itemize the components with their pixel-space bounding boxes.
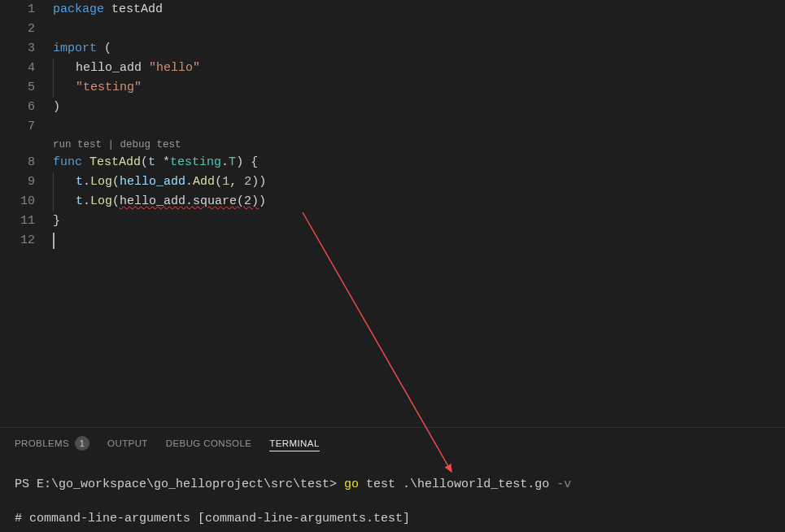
method-log: Log [90,194,112,208]
func-name: TestAdd [82,155,141,169]
line-number-gutter: 1 2 3 4 5 6 7 8 9 10 11 12 [0,0,53,427]
line-number: 1 [0,0,35,20]
param-name: t [148,155,155,169]
paren-open: ( [97,41,111,55]
code-editor: 1 2 3 4 5 6 7 8 9 10 11 12 package testA… [0,0,785,427]
line-number: 10 [0,192,35,211]
codelens-separator: | [102,139,120,150]
line-number: 12 [0,231,35,251]
tab-debug-console[interactable]: DEBUG CONSOLE [166,438,252,448]
codelens-debug-test[interactable]: debug test [120,139,181,150]
import-path: "hello" [142,61,200,75]
line-number: 4 [0,59,35,78]
code-line[interactable]: "testing" [53,78,785,98]
command-flag: -v [549,477,571,491]
indent [54,81,76,94]
code-line[interactable]: t.Log(hello_add.square(2)) [53,192,785,211]
paren-close: ) [53,100,60,114]
method-add: Add [193,175,215,189]
line-number: 9 [0,172,35,192]
line-number: 8 [0,153,35,172]
command-arg: .\helloworld_test.go [395,477,549,491]
code-content[interactable]: package testAdd import ( hello_add "hell… [53,0,785,427]
prompt: PS E:\go_workspace\go_helloproject\src\t… [15,477,344,491]
indent [54,61,76,75]
method-log: Log [90,175,112,189]
import-alias: hello_add [76,61,142,75]
line-number: 2 [0,20,35,39]
keyword-func: func [53,155,82,169]
code-line[interactable]: func TestAdd(t *testing.T) { [53,153,785,172]
terminal-line[interactable]: PS E:\go_workspace\go_helloproject\src\t… [15,476,770,493]
tab-terminal[interactable]: TERMINAL [269,438,319,451]
terminal-line[interactable]: # command-line-arguments [command-line-a… [15,510,770,527]
type-testing: testing [170,155,221,169]
code-line[interactable]: t.Log(hello_add.Add(1, 2)) [53,172,785,192]
code-line[interactable] [53,20,785,39]
terminal-content[interactable]: PS E:\go_workspace\go_helloproject\src\t… [0,457,785,532]
type-t: T [229,155,236,169]
indent [54,175,76,189]
tab-problems[interactable]: PROBLEMS 1 [15,436,89,451]
panel: PROBLEMS 1 OUTPUT DEBUG CONSOLE TERMINAL… [0,427,785,532]
codelens-gutter-spacer [0,137,35,153]
problems-count-badge: 1 [75,436,89,451]
line-number: 7 [0,117,35,137]
brace-close: } [53,214,60,228]
error-squiggly[interactable]: hello_add.square(2) [120,194,259,208]
tab-output[interactable]: OUTPUT [107,438,148,448]
line-number: 3 [0,39,35,59]
indent [54,194,76,208]
code-line[interactable] [53,117,785,137]
line-number: 11 [0,211,35,231]
code-line[interactable]: hello_add "hello" [53,59,785,78]
code-line[interactable]: ) [53,98,785,117]
code-line[interactable]: import ( [53,39,785,59]
tab-label: PROBLEMS [15,438,69,448]
command-binary: go [344,477,359,491]
package-name: testAdd [104,2,163,16]
keyword-package: package [53,2,104,16]
command-arg: test [359,477,395,491]
keyword-import: import [53,41,97,55]
import-path: "testing" [76,81,142,94]
code-line[interactable]: } [53,211,785,231]
codelens-run-test[interactable]: run test [53,139,102,150]
panel-tabs: PROBLEMS 1 OUTPUT DEBUG CONSOLE TERMINAL [0,433,785,457]
code-line[interactable]: package testAdd [53,0,785,20]
line-number: 5 [0,78,35,98]
codelens: run test | debug test [53,137,785,153]
line-number: 6 [0,98,35,117]
code-line[interactable] [53,231,785,251]
